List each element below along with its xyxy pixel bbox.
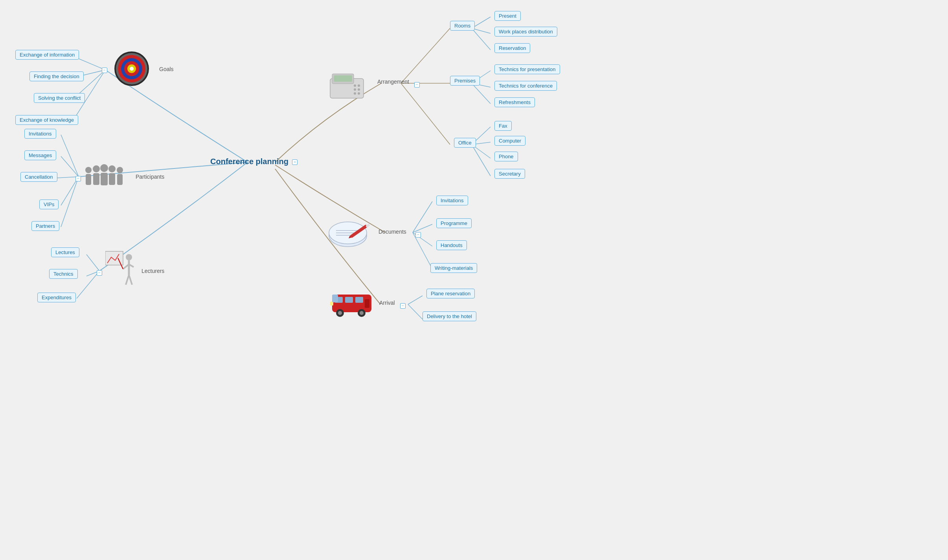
svg-rect-83 [332,295,338,302]
goals-child-3[interactable]: Solving the conflict [34,93,85,103]
svg-point-49 [126,254,132,260]
svg-line-20 [472,83,491,104]
goals-child-2[interactable]: Finding the decision [29,71,84,81]
participants-child-3[interactable]: Cancellation [20,172,57,182]
arrival-icon [330,291,373,318]
svg-point-81 [360,311,364,315]
goals-child-4[interactable]: Exchange of knowledge [15,115,78,125]
svg-point-63 [354,92,356,95]
svg-line-30 [408,304,423,319]
arrival-collapse[interactable]: − [400,303,406,309]
svg-rect-75 [345,297,353,303]
svg-rect-47 [117,174,123,185]
center-node[interactable]: Conference planning − [210,157,298,166]
svg-point-60 [358,84,360,87]
goals-collapse[interactable]: − [102,68,107,73]
rooms-child-2[interactable]: Work places distribution [494,27,557,37]
svg-rect-41 [93,173,99,185]
svg-rect-45 [109,173,115,185]
svg-rect-58 [334,75,352,82]
lecturers-child-3[interactable]: Expenditures [37,293,76,302]
documents-label: Documents [378,229,406,235]
participants-child-4[interactable]: VIPs [39,199,59,209]
lecturers-icon [105,249,135,293]
office-child-1[interactable]: Fax [494,121,512,131]
svg-line-9 [86,254,99,271]
center-label: Conference planning [210,157,288,166]
participants-child-1[interactable]: Invitations [24,129,56,139]
arrival-label: Arrival [379,300,395,306]
svg-point-38 [85,167,92,173]
documents-child-4[interactable]: Writing-materials [430,263,477,273]
participants-child-2[interactable]: Messages [24,150,56,160]
svg-point-79 [338,311,342,315]
arrival-child-1[interactable]: Plane reservation [426,289,475,298]
documents-child-3[interactable]: Handouts [436,240,467,250]
svg-line-54 [129,275,132,285]
svg-line-17 [472,28,491,50]
rooms-child-3[interactable]: Reservation [494,43,530,53]
premises-child-3[interactable]: Refreshments [494,97,535,107]
arrival-child-2[interactable]: Delivery to the hotel [423,311,476,321]
lecturers-label: Lecturers [141,268,164,274]
participants-icon [83,163,126,190]
rooms-child-1[interactable]: Present [494,11,521,21]
svg-line-8 [61,177,79,227]
svg-line-14 [401,83,450,145]
lecturers-child-1[interactable]: Lectures [51,247,79,257]
lecturers-child-2[interactable]: Technics [49,269,78,279]
office-hub[interactable]: Office [454,138,476,148]
office-child-2[interactable]: Computer [494,136,525,146]
arrangement-label: Arrangement [377,79,409,85]
documents-child-2[interactable]: Programme [436,218,472,228]
svg-line-25 [413,201,432,232]
rooms-hub[interactable]: Rooms [450,21,475,31]
office-child-3[interactable]: Phone [494,152,518,161]
svg-point-44 [108,165,116,172]
documents-icon [328,218,371,249]
svg-rect-39 [86,174,91,185]
lecturers-collapse[interactable]: − [97,270,102,276]
goals-label: Goals [159,66,174,72]
participants-collapse[interactable]: − [75,176,81,181]
arrangement-icon [328,71,367,102]
svg-point-37 [130,67,134,71]
svg-line-29 [408,296,423,304]
center-collapse[interactable]: − [292,159,298,165]
svg-point-64 [358,92,360,95]
premises-child-1[interactable]: Technics for presentation [494,64,560,74]
svg-point-61 [354,88,356,91]
documents-collapse[interactable]: − [415,232,421,238]
participants-child-5[interactable]: Partners [31,221,59,231]
svg-point-46 [117,167,123,173]
svg-line-12 [401,28,450,83]
documents-child-1[interactable]: Invitations [436,196,468,205]
svg-point-62 [358,88,360,91]
svg-line-53 [126,275,129,285]
svg-line-4 [61,135,79,177]
svg-rect-43 [101,173,108,185]
svg-rect-76 [355,297,363,303]
premises-child-2[interactable]: Technics for conference [494,81,557,91]
svg-line-24 [472,145,491,176]
goals-icon [114,51,149,86]
svg-point-59 [354,84,356,87]
svg-point-42 [100,164,108,172]
svg-point-40 [93,165,100,172]
premises-hub[interactable]: Premises [450,76,480,86]
arrangement-collapse[interactable]: − [414,82,420,88]
svg-rect-77 [365,299,369,308]
office-child-4[interactable]: Secretary [494,169,525,179]
participants-label: Participants [136,174,164,180]
svg-line-5 [61,156,79,177]
goals-child-1[interactable]: Exchange of information [15,50,79,60]
